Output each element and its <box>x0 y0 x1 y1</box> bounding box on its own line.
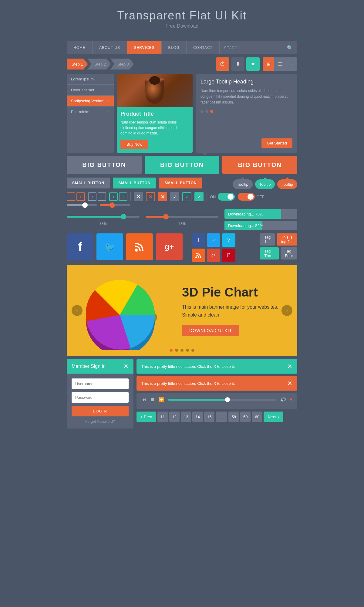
arrow-right-teal[interactable]: › <box>119 192 127 201</box>
grid-view-btn[interactable]: ⊞ <box>263 57 274 71</box>
volume-icon[interactable]: 🔊 <box>280 397 286 402</box>
big-button-gray[interactable]: BIG BUTTON <box>67 156 142 174</box>
dropdown-item-1[interactable]: Dolor sitamet › <box>67 85 114 96</box>
media-progress-bar[interactable] <box>168 399 276 401</box>
step-1[interactable]: Step 1 <box>67 59 88 70</box>
arrow-left-gray[interactable]: ‹ <box>88 192 96 201</box>
search-icon[interactable]: 🔍 <box>287 45 293 51</box>
slider-orange-thumb[interactable] <box>163 214 169 219</box>
stop-btn[interactable]: ⏹ <box>150 397 155 402</box>
login-button[interactable]: LOGIN <box>72 406 129 416</box>
vimeo-small[interactable]: V <box>222 233 235 247</box>
slider-teal-track[interactable] <box>67 216 140 218</box>
banner-dot-1[interactable] <box>170 349 173 352</box>
tag-3[interactable]: Tag Three <box>260 247 279 259</box>
step-2[interactable]: Step 2 <box>87 59 111 70</box>
pinterest-small[interactable]: P <box>222 249 235 262</box>
page-14[interactable]: 14 <box>192 412 203 422</box>
tooltip-chip-orange[interactable]: Tooltip <box>277 179 297 189</box>
gplus-small[interactable]: g+ <box>207 249 220 262</box>
slider-orange-wide[interactable] <box>100 204 130 206</box>
nav-contact[interactable]: CONTACT <box>187 41 220 54</box>
facebook-large[interactable]: f <box>67 233 93 260</box>
small-button-orange[interactable]: SMALL BUTTON <box>159 178 202 188</box>
dropdown-item-3[interactable]: Elitr minim › <box>67 107 114 117</box>
notif-media-column: This is a pretty little notification. Cl… <box>136 359 297 429</box>
slider-orange-track[interactable] <box>146 216 218 218</box>
login-close-btn[interactable]: ✕ <box>123 363 129 370</box>
page-58[interactable]: 58 <box>228 412 239 422</box>
teal-notification-close[interactable]: ✕ <box>287 363 292 370</box>
dot-3[interactable] <box>210 110 213 113</box>
page-15[interactable]: 15 <box>204 412 214 422</box>
slider-teal-thumb[interactable] <box>121 214 126 219</box>
search-input[interactable] <box>224 46 287 50</box>
download-kit-button[interactable]: DOWNLOAD UI KIT <box>182 325 239 336</box>
download-icon-btn[interactable]: ⬇ <box>231 57 244 71</box>
forgot-password-link[interactable]: Forget Password? <box>72 419 129 424</box>
nav-home[interactable]: HOME <box>67 41 93 54</box>
page-11[interactable]: 11 <box>157 412 168 422</box>
menu-view-btn[interactable]: ≡ <box>286 57 297 71</box>
dropdown-item-2[interactable]: Sadipscing Veniam › <box>67 96 114 107</box>
arrow-right-orange[interactable]: › <box>76 192 85 201</box>
small-button-gray[interactable]: SMALL BUTTON <box>67 178 110 188</box>
banner-prev-btn[interactable]: ‹ <box>72 305 83 316</box>
facebook-small[interactable]: f <box>192 233 205 247</box>
tooltip-chip-teal[interactable]: Tooltip <box>255 179 275 189</box>
nav-services[interactable]: SERVICES <box>127 41 161 54</box>
clock-icon-btn[interactable]: ⏱ <box>216 57 229 71</box>
small-button-teal[interactable]: SMALL BUTTON <box>113 178 156 188</box>
page-12[interactable]: 12 <box>169 412 180 422</box>
twitter-large[interactable]: 🐦 <box>96 233 123 260</box>
x-btn-orange-outline[interactable]: ✕ <box>146 192 155 201</box>
banner-dot-5[interactable] <box>191 349 194 352</box>
x-btn-gray[interactable]: ✕ <box>134 192 143 201</box>
slider-gray[interactable] <box>67 204 97 206</box>
get-started-button[interactable]: Get Started <box>261 138 292 148</box>
page-60[interactable]: 60 <box>252 412 262 422</box>
banner-next-btn[interactable]: › <box>281 305 292 316</box>
banner-dot-3[interactable] <box>180 349 184 352</box>
tooltip-chip-gray[interactable]: Tooltip <box>233 179 253 189</box>
arrow-left-orange[interactable]: ‹ <box>67 192 75 201</box>
big-button-teal[interactable]: BIG BUTTON <box>145 156 220 174</box>
check-btn-gray[interactable]: ✓ <box>170 192 179 201</box>
x-btn-orange[interactable]: ✕ <box>158 192 167 201</box>
tag-4[interactable]: Tag Four <box>281 247 297 259</box>
twitter-small[interactable]: 🐦 <box>207 233 220 247</box>
banner-dot-4[interactable] <box>186 349 189 352</box>
dropdown-item-0[interactable]: Lorem ipsum › <box>67 74 114 85</box>
password-input[interactable] <box>72 392 129 403</box>
step-3[interactable]: Step 3 <box>110 59 134 70</box>
orange-notification-close[interactable]: ✕ <box>287 380 292 387</box>
favorite-icon[interactable]: ♥ <box>290 397 293 402</box>
page-13[interactable]: 13 <box>181 412 191 422</box>
arrow-left-teal[interactable]: ‹ <box>109 192 118 201</box>
nav-blog[interactable]: BLOG <box>162 41 187 54</box>
rewind-btn[interactable]: ⏮ <box>141 397 146 402</box>
list-view-btn[interactable]: ☰ <box>274 57 286 71</box>
heart-icon-btn[interactable]: ♥ <box>246 57 260 71</box>
gplus-large[interactable]: g+ <box>156 233 183 260</box>
page-59[interactable]: 59 <box>240 412 251 422</box>
tag-1[interactable]: Tag 1 <box>260 233 275 246</box>
check-btn-teal-outline[interactable]: ✓ <box>182 192 191 201</box>
nav-about[interactable]: ABOUT US <box>93 41 127 54</box>
check-btn-teal[interactable]: ✓ <box>194 192 204 201</box>
username-input[interactable] <box>72 378 129 389</box>
play-btn[interactable]: ⏩ <box>158 397 164 402</box>
rss-small[interactable] <box>192 249 205 262</box>
rss-large[interactable] <box>126 233 153 260</box>
dot-2[interactable] <box>205 110 208 113</box>
buy-now-button[interactable]: Buy Now <box>120 140 148 149</box>
banner-dot-2[interactable] <box>175 349 178 352</box>
dot-1[interactable] <box>201 110 204 113</box>
big-button-orange[interactable]: BIG BUTTON <box>222 156 297 174</box>
prev-btn[interactable]: ‹ Prev <box>136 412 156 422</box>
toggle-orange[interactable] <box>238 193 255 201</box>
toggle-on[interactable] <box>218 193 235 201</box>
next-btn[interactable]: Next › <box>264 412 283 422</box>
arrow-right-gray[interactable]: › <box>98 192 106 201</box>
tag-2[interactable]: This is tag 2 <box>277 233 297 246</box>
